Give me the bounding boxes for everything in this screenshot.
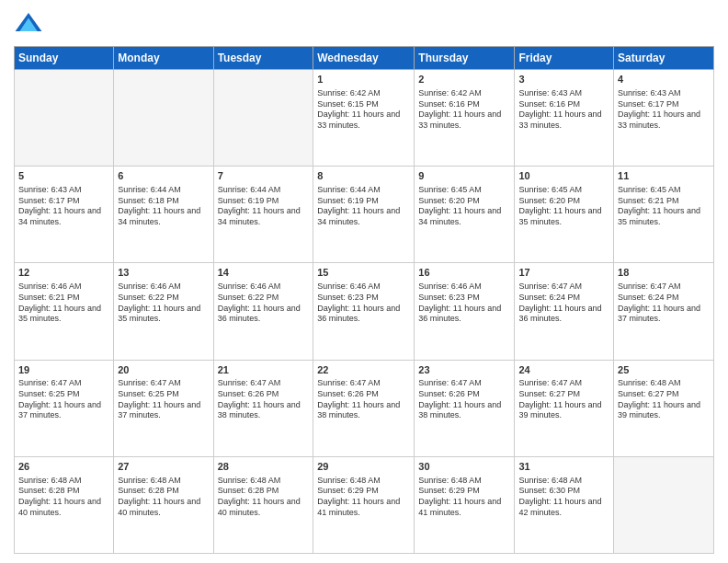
calendar-cell: 6Sunrise: 6:44 AM Sunset: 6:18 PM Daylig… [114, 167, 213, 263]
page: SundayMondayTuesdayWednesdayThursdayFrid… [0, 0, 728, 563]
calendar-cell: 17Sunrise: 6:47 AM Sunset: 6:24 PM Dayli… [515, 263, 614, 360]
day-number: 25 [618, 363, 710, 377]
calendar-cell: 9Sunrise: 6:45 AM Sunset: 6:20 PM Daylig… [415, 167, 515, 263]
day-info: Sunrise: 6:48 AM Sunset: 6:28 PM Dayligh… [118, 476, 209, 519]
weekday-row: SundayMondayTuesdayWednesdayThursdayFrid… [15, 47, 714, 70]
day-number: 3 [518, 73, 609, 86]
day-info: Sunrise: 6:48 AM Sunset: 6:30 PM Dayligh… [518, 476, 609, 519]
calendar-cell: 5Sunrise: 6:43 AM Sunset: 6:17 PM Daylig… [15, 167, 114, 263]
weekday-header: Monday [114, 47, 213, 70]
calendar-cell: 8Sunrise: 6:44 AM Sunset: 6:19 PM Daylig… [313, 167, 415, 263]
calendar-cell: 11Sunrise: 6:45 AM Sunset: 6:21 PM Dayli… [614, 167, 714, 263]
day-info: Sunrise: 6:47 AM Sunset: 6:24 PM Dayligh… [618, 282, 710, 325]
calendar-cell: 2Sunrise: 6:42 AM Sunset: 6:16 PM Daylig… [415, 70, 515, 167]
day-number: 13 [118, 266, 209, 280]
calendar-week: 26Sunrise: 6:48 AM Sunset: 6:28 PM Dayli… [15, 456, 714, 553]
calendar-cell: 19Sunrise: 6:47 AM Sunset: 6:25 PM Dayli… [15, 360, 114, 456]
day-info: Sunrise: 6:44 AM Sunset: 6:19 PM Dayligh… [317, 185, 410, 228]
day-number: 16 [418, 266, 510, 280]
day-number: 18 [618, 266, 710, 280]
logo-icon [14, 9, 43, 39]
day-number: 12 [18, 266, 109, 280]
day-info: Sunrise: 6:45 AM Sunset: 6:20 PM Dayligh… [418, 185, 510, 228]
day-info: Sunrise: 6:47 AM Sunset: 6:26 PM Dayligh… [418, 378, 510, 421]
day-info: Sunrise: 6:47 AM Sunset: 6:26 PM Dayligh… [317, 378, 410, 421]
day-number: 26 [18, 460, 109, 474]
day-info: Sunrise: 6:45 AM Sunset: 6:21 PM Dayligh… [618, 185, 710, 228]
day-number: 15 [317, 266, 410, 280]
day-number: 11 [618, 169, 710, 183]
calendar-body: 1Sunrise: 6:42 AM Sunset: 6:15 PM Daylig… [15, 70, 714, 554]
calendar-cell: 16Sunrise: 6:46 AM Sunset: 6:23 PM Dayli… [415, 263, 515, 360]
calendar-cell: 22Sunrise: 6:47 AM Sunset: 6:26 PM Dayli… [313, 360, 415, 456]
day-info: Sunrise: 6:47 AM Sunset: 6:24 PM Dayligh… [518, 282, 609, 325]
day-info: Sunrise: 6:47 AM Sunset: 6:25 PM Dayligh… [18, 378, 109, 421]
weekday-header: Saturday [614, 47, 714, 70]
day-number: 30 [418, 460, 510, 474]
day-info: Sunrise: 6:46 AM Sunset: 6:22 PM Dayligh… [218, 282, 310, 325]
calendar-cell [114, 70, 213, 167]
day-info: Sunrise: 6:46 AM Sunset: 6:23 PM Dayligh… [418, 282, 510, 325]
weekday-header: Sunday [15, 47, 114, 70]
day-info: Sunrise: 6:43 AM Sunset: 6:17 PM Dayligh… [18, 185, 109, 228]
day-info: Sunrise: 6:42 AM Sunset: 6:15 PM Dayligh… [317, 88, 410, 132]
day-number: 31 [518, 460, 609, 474]
header [14, 9, 714, 39]
calendar-cell [15, 70, 114, 167]
calendar-cell: 25Sunrise: 6:48 AM Sunset: 6:27 PM Dayli… [614, 360, 714, 456]
weekday-header: Thursday [415, 47, 515, 70]
day-info: Sunrise: 6:48 AM Sunset: 6:28 PM Dayligh… [18, 476, 109, 519]
calendar-cell: 21Sunrise: 6:47 AM Sunset: 6:26 PM Dayli… [213, 360, 313, 456]
calendar-header: SundayMondayTuesdayWednesdayThursdayFrid… [15, 47, 714, 70]
day-number: 9 [418, 169, 510, 183]
day-info: Sunrise: 6:47 AM Sunset: 6:25 PM Dayligh… [118, 378, 209, 421]
calendar-cell: 29Sunrise: 6:48 AM Sunset: 6:29 PM Dayli… [313, 456, 415, 553]
calendar-cell: 7Sunrise: 6:44 AM Sunset: 6:19 PM Daylig… [213, 167, 313, 263]
day-info: Sunrise: 6:44 AM Sunset: 6:19 PM Dayligh… [218, 185, 310, 228]
day-number: 1 [317, 73, 410, 86]
day-info: Sunrise: 6:43 AM Sunset: 6:17 PM Dayligh… [618, 88, 710, 132]
day-number: 17 [518, 266, 609, 280]
weekday-header: Wednesday [313, 47, 415, 70]
calendar-cell: 30Sunrise: 6:48 AM Sunset: 6:29 PM Dayli… [415, 456, 515, 553]
calendar-cell: 26Sunrise: 6:48 AM Sunset: 6:28 PM Dayli… [15, 456, 114, 553]
calendar-cell: 3Sunrise: 6:43 AM Sunset: 6:16 PM Daylig… [515, 70, 614, 167]
calendar-week: 5Sunrise: 6:43 AM Sunset: 6:17 PM Daylig… [15, 167, 714, 263]
day-number: 29 [317, 460, 410, 474]
calendar-cell: 10Sunrise: 6:45 AM Sunset: 6:20 PM Dayli… [515, 167, 614, 263]
day-number: 7 [218, 169, 310, 183]
weekday-header: Friday [515, 47, 614, 70]
day-number: 14 [218, 266, 310, 280]
calendar-cell: 27Sunrise: 6:48 AM Sunset: 6:28 PM Dayli… [114, 456, 213, 553]
day-info: Sunrise: 6:47 AM Sunset: 6:26 PM Dayligh… [218, 378, 310, 421]
day-info: Sunrise: 6:46 AM Sunset: 6:23 PM Dayligh… [317, 282, 410, 325]
calendar-cell: 15Sunrise: 6:46 AM Sunset: 6:23 PM Dayli… [313, 263, 415, 360]
day-number: 23 [418, 363, 510, 377]
calendar-cell: 14Sunrise: 6:46 AM Sunset: 6:22 PM Dayli… [213, 263, 313, 360]
logo [14, 9, 47, 39]
calendar-cell: 4Sunrise: 6:43 AM Sunset: 6:17 PM Daylig… [614, 70, 714, 167]
day-info: Sunrise: 6:43 AM Sunset: 6:16 PM Dayligh… [518, 88, 609, 132]
day-number: 19 [18, 363, 109, 377]
day-info: Sunrise: 6:46 AM Sunset: 6:22 PM Dayligh… [118, 282, 209, 325]
calendar-cell [614, 456, 714, 553]
day-number: 28 [218, 460, 310, 474]
calendar-cell: 24Sunrise: 6:47 AM Sunset: 6:27 PM Dayli… [515, 360, 614, 456]
day-info: Sunrise: 6:44 AM Sunset: 6:18 PM Dayligh… [118, 185, 209, 228]
day-info: Sunrise: 6:45 AM Sunset: 6:20 PM Dayligh… [518, 185, 609, 228]
day-number: 2 [418, 73, 510, 86]
calendar-cell: 28Sunrise: 6:48 AM Sunset: 6:28 PM Dayli… [213, 456, 313, 553]
day-info: Sunrise: 6:48 AM Sunset: 6:29 PM Dayligh… [317, 476, 410, 519]
calendar-week: 19Sunrise: 6:47 AM Sunset: 6:25 PM Dayli… [15, 360, 714, 456]
calendar-cell [213, 70, 313, 167]
day-info: Sunrise: 6:46 AM Sunset: 6:21 PM Dayligh… [18, 282, 109, 325]
calendar-cell: 1Sunrise: 6:42 AM Sunset: 6:15 PM Daylig… [313, 70, 415, 167]
calendar-cell: 18Sunrise: 6:47 AM Sunset: 6:24 PM Dayli… [614, 263, 714, 360]
calendar-cell: 20Sunrise: 6:47 AM Sunset: 6:25 PM Dayli… [114, 360, 213, 456]
day-number: 21 [218, 363, 310, 377]
calendar-week: 1Sunrise: 6:42 AM Sunset: 6:15 PM Daylig… [15, 70, 714, 167]
day-number: 22 [317, 363, 410, 377]
day-number: 6 [118, 169, 209, 183]
day-number: 4 [618, 73, 710, 86]
day-number: 10 [518, 169, 609, 183]
